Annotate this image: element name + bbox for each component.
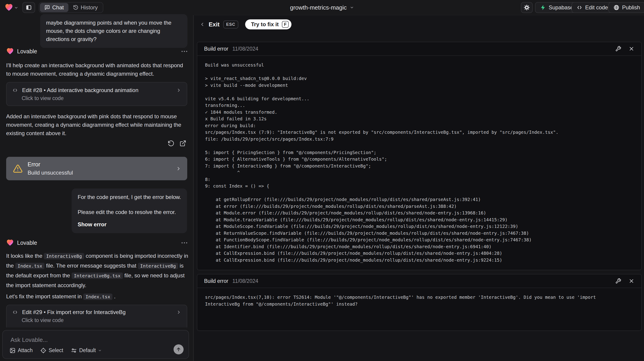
chevron-left-icon[interactable] xyxy=(200,22,205,27)
user-message-line: Please edit the code to resolve the erro… xyxy=(78,208,181,216)
publish-button[interactable]: Publish xyxy=(608,2,644,13)
assistant-name: Lovable xyxy=(17,48,37,55)
mode-label: Default xyxy=(79,347,96,354)
lovable-logo-heart-icon[interactable] xyxy=(4,3,13,12)
code-brackets-icon xyxy=(576,4,582,10)
exit-button[interactable]: Exit xyxy=(209,21,220,28)
edit-card-subtitle: Click to view code xyxy=(6,317,187,328)
supabase-label: Supabase xyxy=(549,4,573,11)
edit-card-29[interactable]: Edit #29 • Fix import error for Interact… xyxy=(6,305,187,328)
error-viewer-toolbar: Exit ESC Try to fix it F xyxy=(200,19,292,29)
build-error-date: 11/08/2024 xyxy=(232,278,258,284)
supabase-bolt-icon xyxy=(540,4,546,10)
edit-card-title: Edit #28 • Add interactive background an… xyxy=(22,87,172,93)
sliders-icon xyxy=(71,348,77,354)
message-more-menu-icon[interactable] xyxy=(182,242,187,243)
attach-image-icon xyxy=(10,348,16,354)
arrow-up-icon xyxy=(176,347,181,352)
assistant-summary-text: Added an interactive background with pin… xyxy=(6,112,188,137)
try-to-fix-label: Try to fix it xyxy=(251,21,279,27)
assistant-name: Lovable xyxy=(17,240,37,246)
error-card-subtitle: Build unsuccessful xyxy=(28,170,73,176)
code-brackets-icon xyxy=(12,309,18,315)
message-actions xyxy=(168,140,186,147)
build-error-title: Build error xyxy=(204,46,228,52)
edit-card-28[interactable]: Edit #28 • Add interactive background an… xyxy=(6,82,187,106)
chevron-right-icon xyxy=(176,88,181,93)
assistant-header: Lovable xyxy=(6,239,187,247)
send-button[interactable] xyxy=(174,344,184,355)
chevron-right-icon xyxy=(176,310,181,315)
chevron-down-icon xyxy=(98,349,102,352)
attach-label: Attach xyxy=(18,347,32,354)
build-error-log: Build was unsuccessful > vite_react_shad… xyxy=(205,62,634,264)
mode-dropdown[interactable]: Default xyxy=(71,347,102,354)
close-icon[interactable] xyxy=(628,46,634,52)
code-brackets-icon xyxy=(12,87,18,93)
logo-menu-chevron-down-icon[interactable] xyxy=(14,6,18,10)
build-error-date: 11/08/2024 xyxy=(232,46,258,52)
lovable-avatar-heart-icon xyxy=(6,47,14,55)
select-label: Select xyxy=(48,347,63,354)
crosshair-icon xyxy=(40,348,46,354)
edit-code-button[interactable]: Edit code xyxy=(572,2,613,13)
chat-composer: Attach Select Default xyxy=(2,330,189,359)
error-viewer-panel: Exit ESC Try to fix it F Build error 11/… xyxy=(194,15,644,361)
tab-chat[interactable]: Chat xyxy=(40,3,68,12)
try-to-fix-button[interactable]: Try to fix it F xyxy=(245,19,292,29)
sidebar-toggle-button[interactable] xyxy=(22,2,35,13)
wrench-icon[interactable] xyxy=(615,278,621,284)
build-error-card-header: Build error 11/08/2024 xyxy=(197,274,641,288)
tab-history-label: History xyxy=(81,4,98,11)
esc-key-badge: ESC xyxy=(223,20,238,28)
error-card-title: Error xyxy=(28,161,73,168)
chat-bubble-icon xyxy=(44,5,50,10)
build-error-card-2: Build error 11/08/2024 src/pages/Index.t… xyxy=(197,274,642,331)
chevron-right-icon xyxy=(176,166,181,171)
assistant-fix-text: It looks like the InteractiveBg componen… xyxy=(6,251,188,290)
select-button[interactable]: Select xyxy=(40,347,63,354)
show-error-link[interactable]: Show error xyxy=(78,220,181,229)
edit-code-label: Edit code xyxy=(585,4,608,11)
tab-history[interactable]: History xyxy=(68,3,102,12)
user-message-line: For the code present, I get the error be… xyxy=(78,193,181,201)
globe-icon xyxy=(614,4,619,10)
user-message: maybe diagramming points and when you mo… xyxy=(40,14,188,48)
lovable-avatar-heart-icon xyxy=(6,239,14,247)
edit-card-subtitle: Click to view code xyxy=(6,95,187,105)
refresh-icon[interactable] xyxy=(168,140,174,147)
message-more-menu-icon[interactable] xyxy=(182,51,187,52)
assistant-intro-text: I'll help create an interactive backgrou… xyxy=(6,61,188,78)
chat-history-tabs: Chat History xyxy=(39,2,103,13)
settings-button[interactable] xyxy=(521,2,533,13)
assistant-fix-text-2: Let's fix the import statement in Index.… xyxy=(6,292,188,302)
edit-card-title: Edit #29 • Fix import error for Interact… xyxy=(22,309,172,316)
build-error-log: src/pages/Index.tsx(7,10): error TS2614:… xyxy=(205,294,634,308)
top-bar: Chat History growth-metrics-magic xyxy=(0,0,644,15)
build-error-summary-card[interactable]: Error Build unsuccessful xyxy=(6,157,187,180)
assistant-header: Lovable xyxy=(6,47,187,55)
close-icon[interactable] xyxy=(628,278,634,284)
warning-triangle-icon xyxy=(13,164,22,173)
project-name[interactable]: growth-metrics-magic xyxy=(290,4,347,11)
publish-label: Publish xyxy=(622,4,640,11)
history-clock-icon xyxy=(73,5,78,10)
user-message: For the code present, I get the error be… xyxy=(72,188,187,233)
attach-button[interactable]: Attach xyxy=(10,347,32,354)
user-message-text: maybe diagramming points and when you mo… xyxy=(46,19,172,42)
build-error-title: Build error xyxy=(204,278,228,284)
open-in-new-icon[interactable] xyxy=(180,140,186,147)
build-error-card-header: Build error 11/08/2024 xyxy=(197,42,641,56)
project-chevron-down-icon[interactable] xyxy=(350,5,354,9)
tab-chat-label: Chat xyxy=(52,4,64,11)
chat-input[interactable] xyxy=(10,336,179,347)
panel-left-icon xyxy=(26,4,32,10)
fix-key-badge: F xyxy=(282,21,289,28)
wrench-icon[interactable] xyxy=(615,46,621,52)
build-error-card-1: Build error 11/08/2024 Build was unsucce… xyxy=(197,42,642,270)
gear-icon xyxy=(524,4,530,11)
